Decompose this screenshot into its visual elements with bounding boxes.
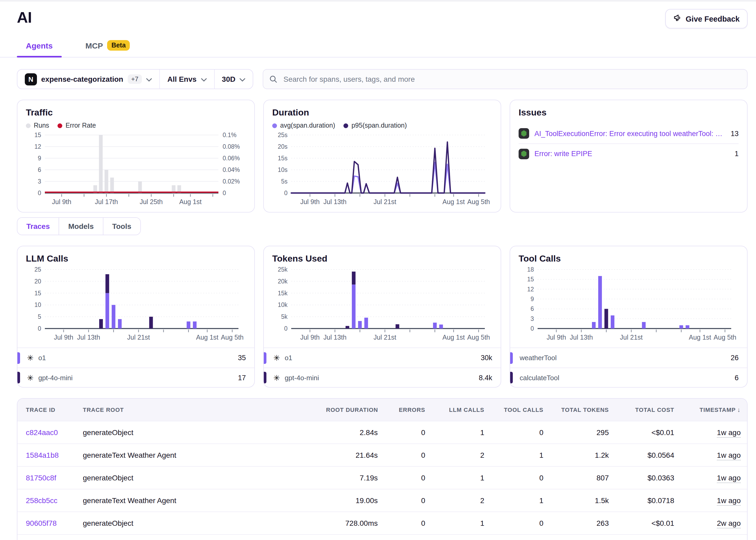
issue-link[interactable]: AI_ToolExecutionError: Error executing t… <box>534 129 725 137</box>
subtab-traces[interactable]: Traces <box>17 218 59 235</box>
svg-text:15k: 15k <box>278 290 288 297</box>
trace-row[interactable]: c824aac0generateObject2.84s010295<$0.011… <box>17 421 747 444</box>
svg-text:Jul 21st: Jul 21st <box>374 334 396 341</box>
project-name: expense-categorization <box>41 75 123 83</box>
project-selector[interactable]: N expense-categorization +7 <box>17 69 160 88</box>
total-tokens-cell: 649 <box>550 534 615 540</box>
col-timestamp[interactable]: TIMESTAMP↓ <box>680 399 747 421</box>
svg-text:15: 15 <box>527 276 534 283</box>
root-duration-cell: 19.00s <box>320 489 384 512</box>
ai-observability-page: AI Give Feedback Agents MCP Beta <box>0 0 756 540</box>
trace-id-link[interactable]: 1584a1b8 <box>26 451 59 459</box>
series-label: gpt-4o-mini <box>38 374 73 381</box>
llm-calls-chart: 0510152025Jul 9thJul 13thJul 21stAug 1st… <box>26 264 246 344</box>
svg-text:20s: 20s <box>278 143 287 150</box>
errors-cell: 0 <box>384 467 431 489</box>
col-errors[interactable]: ERRORS <box>384 399 431 421</box>
nodejs-icon <box>519 128 529 139</box>
page-title: AI <box>17 9 32 26</box>
tool-calls-title: Tool Calls <box>519 254 739 264</box>
tokens-used-legend-rows: ✳ o1 30k ✳ gpt-4o-mini 8.4k <box>264 347 501 387</box>
search-input[interactable] <box>263 69 748 89</box>
trace-id-cell: 258cb5cc <box>17 489 76 512</box>
svg-text:Aug 5th: Aug 5th <box>467 334 490 341</box>
total-cost-cell: $0.0363 <box>615 467 680 489</box>
filter-bar: N expense-categorization +7 All Envs 30D <box>17 69 748 89</box>
col-trace-root[interactable]: TRACE ROOT <box>76 399 320 421</box>
timestamp-value[interactable]: 1w ago <box>717 496 741 506</box>
trace-row[interactable]: 90605f78generateObject728.00ms010263<$0.… <box>17 512 747 534</box>
give-feedback-button[interactable]: Give Feedback <box>665 9 748 29</box>
legend-row-o1[interactable]: ✳ o1 30k <box>264 348 501 367</box>
svg-text:0.02%: 0.02% <box>223 178 240 185</box>
svg-text:Aug 1st: Aug 1st <box>689 334 711 341</box>
svg-text:6: 6 <box>530 305 534 312</box>
col-tool-calls[interactable]: TOOL CALLS <box>491 399 550 421</box>
subtab-models[interactable]: Models <box>59 218 103 235</box>
svg-text:Jul 25th: Jul 25th <box>140 198 163 205</box>
col-total-cost[interactable]: TOTAL COST <box>615 399 680 421</box>
trace-id-link[interactable]: c824aac0 <box>26 428 58 437</box>
filter-pill: N expense-categorization +7 All Envs 30D <box>17 69 253 89</box>
trace-id-link[interactable]: 90605f78 <box>26 519 57 527</box>
svg-text:0: 0 <box>530 325 534 332</box>
issue-link[interactable]: Error: write EPIPE <box>534 150 729 158</box>
svg-text:15s: 15s <box>278 155 287 162</box>
legend-row-weathertool[interactable]: weatherTool 26 <box>510 348 747 367</box>
issue-row[interactable]: AI_ToolExecutionError: Error executing t… <box>519 123 739 143</box>
trace-row[interactable]: 1b9a433bgenerateText Weather Agent4.95s0… <box>17 534 747 540</box>
llm-calls-legend-rows: ✳ o1 35 ✳ gpt-4o-mini 17 <box>17 347 254 387</box>
timestamp-value[interactable]: 1w ago <box>717 473 741 483</box>
col-llm-calls[interactable]: LLM CALLS <box>431 399 491 421</box>
svg-text:Jul 13th: Jul 13th <box>323 334 347 341</box>
total-tokens-cell: 295 <box>550 421 615 444</box>
col-total-tokens[interactable]: TOTAL TOKENS <box>550 399 615 421</box>
col-root-duration[interactable]: ROOT DURATION <box>320 399 384 421</box>
legend-row-gpt-4o-mini[interactable]: ✳ gpt-4o-mini 17 <box>17 367 254 387</box>
svg-text:15: 15 <box>34 290 41 297</box>
traffic-legend: Runs Error Rate <box>26 122 246 129</box>
tokens-used-title: Tokens Used <box>272 254 492 264</box>
total-cost-cell: $0.0564 <box>615 444 680 467</box>
legend-row-gpt-4o-mini[interactable]: ✳ gpt-4o-mini 8.4k <box>264 367 501 387</box>
svg-text:Jul 13th: Jul 13th <box>77 334 100 341</box>
timestamp-value[interactable]: 1w ago <box>717 451 741 461</box>
traces-table: TRACE ID TRACE ROOT ROOT DURATION ERRORS… <box>17 398 748 540</box>
trace-id-link[interactable]: 81750c8f <box>26 473 56 482</box>
tab-mcp[interactable]: MCP Beta <box>76 36 139 57</box>
series-value: 8.4k <box>479 374 492 381</box>
trace-id-cell: 81750c8f <box>17 467 76 489</box>
trace-row[interactable]: 81750c8fgenerateObject7.19s010807$0.0363… <box>17 467 747 489</box>
errors-cell: 0 <box>384 421 431 444</box>
total-tokens-cell: 1.5k <box>550 489 615 512</box>
series-label: gpt-4o-mini <box>285 374 319 381</box>
trace-id-link[interactable]: 258cb5cc <box>26 496 58 505</box>
timestamp-value[interactable]: 2w ago <box>717 519 741 528</box>
error-rate-legend-dot <box>58 123 62 128</box>
duration-legend: avg(span.duration) p95(span.duration) <box>272 122 492 129</box>
trace-row[interactable]: 1584a1b8generateText Weather Agent21.64s… <box>17 444 747 467</box>
legend-row-calculatetool[interactable]: calculateTool 6 <box>510 367 747 387</box>
root-duration-cell: 728.00ms <box>320 512 384 534</box>
svg-text:5k: 5k <box>281 313 288 320</box>
svg-text:Jul 21st: Jul 21st <box>374 198 396 205</box>
svg-text:10: 10 <box>34 301 41 308</box>
issue-count: 1 <box>735 150 739 158</box>
svg-text:Jul 17th: Jul 17th <box>95 198 118 205</box>
sort-desc-icon: ↓ <box>737 406 741 413</box>
date-range-label: 30D <box>222 75 235 83</box>
timestamp-value[interactable]: 1w ago <box>717 428 741 438</box>
runs-legend-label: Runs <box>34 122 49 129</box>
date-range-selector[interactable]: 30D <box>214 69 253 88</box>
tab-agents[interactable]: Agents <box>17 36 62 57</box>
subtab-tools[interactable]: Tools <box>103 218 140 235</box>
env-selector[interactable]: All Envs <box>160 69 214 88</box>
issue-row[interactable]: Error: write EPIPE 1 <box>519 143 739 164</box>
series-color-chip <box>510 352 513 364</box>
legend-row-o1[interactable]: ✳ o1 35 <box>17 348 254 367</box>
issues-card: Issues AI_ToolExecutionError: Error exec… <box>510 100 748 212</box>
avg-legend-label: avg(span.duration) <box>280 122 335 129</box>
subtab-traces-label: Traces <box>26 222 50 230</box>
col-trace-id[interactable]: TRACE ID <box>17 399 76 421</box>
trace-row[interactable]: 258cb5ccgenerateText Weather Agent19.00s… <box>17 489 747 512</box>
